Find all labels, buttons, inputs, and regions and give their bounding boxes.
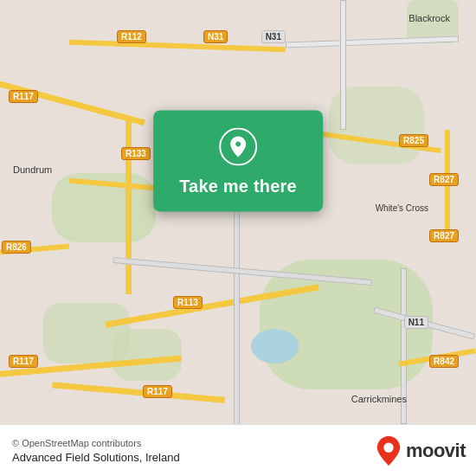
road-label-r133: R133 (121, 147, 151, 160)
road-r827 (445, 130, 450, 242)
label-whites-cross: White's Cross (376, 203, 428, 213)
road-label-r113: R113 (173, 296, 203, 309)
location-name: Advanced Field Solutions, Ireland (12, 451, 180, 464)
take-me-there-label[interactable]: Take me there (179, 177, 297, 196)
location-pin-icon (219, 128, 257, 166)
road-label-r827-mid: R827 (429, 229, 459, 242)
bottom-left-info: © OpenStreetMap contributors Advanced Fi… (12, 438, 180, 464)
road-label-r825: R825 (399, 134, 428, 147)
label-dundrum: Dundrum (13, 164, 52, 175)
moovit-brand-text: moovit (406, 440, 466, 462)
svg-point-1 (383, 442, 393, 452)
moovit-logo: moovit (376, 436, 466, 466)
map-container: R117 R112 N31 N31 R133 R825 R827 R827 R8… (0, 0, 476, 424)
road-label-r117-bc: R117 (143, 385, 172, 398)
road-n31-vert (340, 0, 346, 130)
moovit-pin-icon (376, 436, 401, 466)
road-label-n11: N11 (404, 316, 428, 329)
water-body (251, 329, 299, 363)
road-label-r842: R842 (429, 355, 459, 368)
label-blackrock: Blackrock (408, 13, 450, 23)
green-area (113, 329, 182, 381)
road-label-n31: N31 (203, 30, 228, 43)
road-label-r117-tl: R117 (9, 90, 38, 103)
popup-card[interactable]: Take me there (153, 111, 323, 212)
attribution-text: © OpenStreetMap contributors (12, 438, 180, 448)
road-label-r117-bl: R117 (9, 355, 38, 368)
road-label-r827-top: R827 (429, 173, 459, 186)
road-center-vert (234, 190, 240, 424)
road-label-r826: R826 (2, 241, 31, 254)
label-carrickmines: Carrickmines (351, 394, 407, 404)
bottom-bar: © OpenStreetMap contributors Advanced Fi… (0, 424, 476, 476)
road-label-n31-right: N31 (261, 30, 286, 43)
road-label-r112: R112 (117, 30, 146, 43)
